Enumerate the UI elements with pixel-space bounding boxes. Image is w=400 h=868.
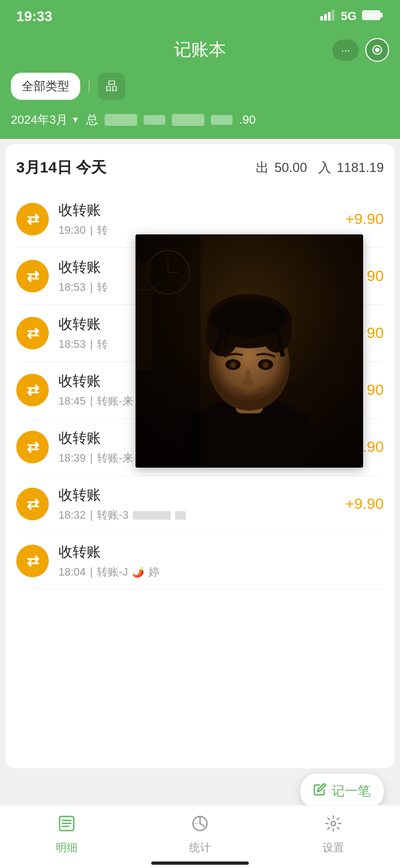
svg-point-37 — [331, 821, 336, 826]
transfer-icon: ⇄ — [16, 488, 49, 520]
main-content: 3月14日 今天 出 50.00 入 1181.19 ⇄ 收转账 19:30 | — [5, 144, 395, 768]
transaction-details: 收转账 19:30 | 转 — [59, 201, 345, 238]
record-button[interactable] — [365, 38, 389, 62]
transaction-item[interactable]: ⇄ 收转账 18:32 | 转账-3 +9.90 — [16, 476, 384, 533]
person-image — [136, 234, 363, 468]
transfer-icon: ⇄ — [16, 374, 49, 406]
add-record-button[interactable]: 记一笔 — [300, 774, 384, 808]
svg-rect-34 — [62, 823, 72, 825]
in-label: 入 1181.19 — [318, 159, 384, 176]
transaction-name: 收转账 — [59, 201, 345, 220]
transfer-icon: ⇄ — [16, 545, 49, 577]
day-title: 3月14日 今天 — [16, 157, 107, 178]
svg-rect-0 — [320, 16, 323, 21]
blurred-amount-3 — [172, 114, 204, 126]
stats-icon — [191, 814, 209, 837]
transaction-amount: +9.90 — [345, 495, 384, 513]
transaction-amount: +9.90 — [345, 210, 384, 228]
svg-rect-35 — [62, 826, 69, 827]
period-selector[interactable]: 2024年3月 ▼ — [11, 112, 80, 128]
day-header: 3月14日 今天 出 50.00 入 1181.19 — [16, 157, 384, 178]
nav-item-stats[interactable]: 统计 — [173, 814, 227, 855]
status-bar: 19:33 5G — [0, 0, 400, 33]
app-header: 记账本 ··· — [0, 33, 400, 73]
divider — [89, 80, 89, 92]
blurred-amount-4 — [211, 115, 233, 125]
transfer-icon: ⇄ — [16, 317, 49, 349]
type-filter-button[interactable]: 全部类型 — [11, 73, 80, 100]
status-time: 19:33 — [16, 8, 53, 25]
transaction-name: 收转账 — [59, 486, 345, 505]
period-label: 2024年3月 — [11, 112, 68, 128]
transaction-meta: 18:32 | 转账-3 — [59, 508, 345, 522]
transaction-amount: 90 — [367, 267, 384, 285]
transaction-amount: 90 — [367, 324, 384, 342]
summary-bar: 2024年3月 ▼ 总 .90 — [0, 108, 400, 139]
amount-suffix: .90 — [239, 113, 256, 127]
home-indicator — [151, 861, 249, 865]
svg-rect-33 — [62, 820, 72, 821]
menu-button[interactable]: ··· — [332, 40, 359, 61]
network-label: 5G — [341, 9, 357, 23]
settings-icon — [324, 814, 343, 837]
day-summary: 出 50.00 入 1181.19 — [256, 159, 384, 176]
transfer-icon: ⇄ — [16, 260, 49, 292]
add-record-label: 记一笔 — [332, 782, 371, 800]
header-title: 记账本 — [174, 38, 226, 62]
nav-item-detail[interactable]: 明细 — [40, 814, 94, 855]
transaction-amount: 90 — [367, 381, 384, 399]
transaction-details: 收转账 18:04 | 转账-J 🌶️ 婷 — [59, 542, 384, 579]
svg-rect-2 — [328, 12, 331, 21]
status-icons: 5G — [320, 9, 384, 23]
blurred-amount-1 — [105, 114, 137, 126]
signal-bars-icon — [320, 10, 336, 23]
transaction-name: 收转账 — [59, 542, 384, 561]
blurred-amount-2 — [144, 115, 165, 125]
bottom-nav: 明细 统计 设置 — [0, 805, 400, 868]
svg-rect-1 — [324, 14, 327, 21]
transfer-icon: ⇄ — [16, 203, 49, 235]
svg-rect-5 — [380, 13, 383, 17]
photo-content — [136, 234, 363, 468]
nav-item-settings[interactable]: 设置 — [306, 814, 360, 855]
filter-bar: 全部类型 品 — [0, 73, 400, 108]
transaction-meta: 18:04 | 转账-J 🌶️ 婷 — [59, 565, 384, 579]
detail-label: 明细 — [56, 840, 78, 855]
svg-rect-4 — [363, 11, 380, 20]
transaction-details: 收转账 18:32 | 转账-3 — [59, 486, 345, 522]
header-actions: ··· — [332, 38, 389, 62]
stats-label: 统计 — [189, 840, 211, 855]
grid-view-button[interactable]: 品 — [98, 73, 125, 100]
detail-icon — [57, 814, 76, 837]
transaction-item[interactable]: ⇄ 收转账 18:04 | 转账-J 🌶️ 婷 — [16, 533, 384, 590]
transaction-list: ⇄ 收转账 19:30 | 转 +9.90 ⇄ 收转账 18:53 | — [16, 191, 384, 590]
svg-rect-3 — [332, 10, 334, 21]
svg-point-7 — [375, 48, 379, 52]
svg-rect-31 — [136, 234, 201, 468]
settings-label: 设置 — [322, 840, 344, 855]
photo-overlay — [136, 234, 363, 468]
edit-icon — [313, 783, 326, 799]
transfer-icon: ⇄ — [16, 431, 49, 463]
dropdown-arrow-icon: ▼ — [71, 115, 80, 125]
battery-icon — [362, 10, 384, 23]
total-label: 总 — [86, 112, 98, 128]
out-label: 出 50.00 — [256, 159, 307, 176]
